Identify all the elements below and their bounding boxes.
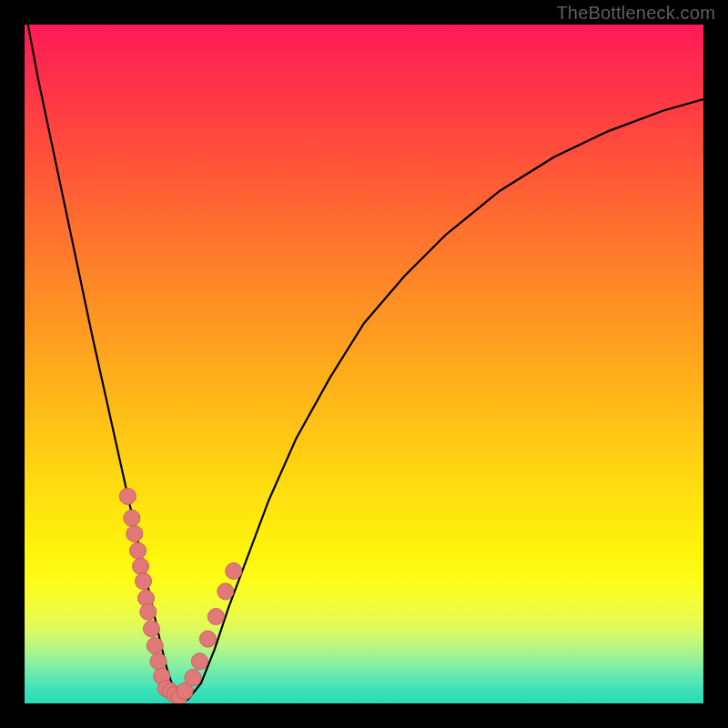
data-point [150,653,167,670]
data-point [226,563,242,580]
data-point [140,603,157,620]
data-point [144,621,160,637]
data-point [126,526,143,542]
watermark-text: TheBottleneck.com [556,3,715,24]
data-point [199,631,216,647]
data-point [119,488,136,504]
plot-svg [25,25,703,703]
data-point [207,609,224,625]
data-point [185,670,201,686]
data-point [124,510,140,526]
data-point [217,583,234,600]
data-point [133,558,149,574]
data-point [147,638,163,654]
plot-area [25,25,703,703]
data-markers [119,488,241,703]
bottleneck-curve [28,25,703,700]
data-point [136,573,152,590]
data-point [130,542,147,559]
data-point [191,653,207,670]
